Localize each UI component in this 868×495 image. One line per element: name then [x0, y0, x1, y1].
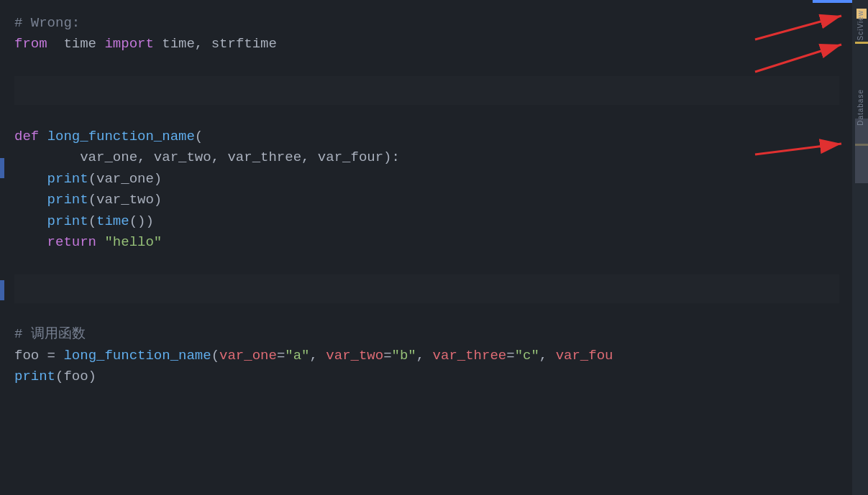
code-line-return: return "hello": [14, 232, 839, 253]
side-label-database[interactable]: Database: [855, 86, 866, 129]
code-line-comment1: # Wrong:: [14, 13, 839, 34]
code-line-print1: print(var_one): [14, 169, 839, 190]
code-line-params: var_one, var_two, var_three, var_four):: [14, 147, 839, 168]
code-area[interactable]: # Wrong: from time import time, strftime…: [0, 0, 854, 495]
gutter-marker-2: [0, 280, 4, 300]
code-line-print3: print(time()): [14, 211, 839, 232]
section-separator-2: [14, 274, 839, 303]
code-line-empty3: [14, 253, 839, 274]
scroll-position-bar: [813, 0, 852, 3]
code-line-empty2: [14, 105, 839, 126]
minimap-scrollbar[interactable]: SciView Database: [852, 0, 868, 495]
code-line-foo-assign: foo = long_function_name(var_one="a", va…: [14, 346, 839, 366]
code-line-print-foo: print(foo): [14, 366, 839, 387]
code-line-comment2: # 调用函数: [14, 324, 839, 345]
editor-container: # Wrong: from time import time, strftime…: [0, 0, 868, 495]
code-line-empty1: [14, 55, 839, 76]
code-line-print2: print(var_two): [14, 190, 839, 211]
section-separator-1: [14, 76, 839, 105]
side-label-sciview[interactable]: SciView: [855, 7, 866, 43]
gutter-marker-1: [0, 158, 4, 178]
code-line-import: from time import time, strftime: [14, 34, 839, 55]
code-line-def: def long_function_name(: [14, 126, 839, 147]
code-line-empty4: [14, 303, 839, 324]
